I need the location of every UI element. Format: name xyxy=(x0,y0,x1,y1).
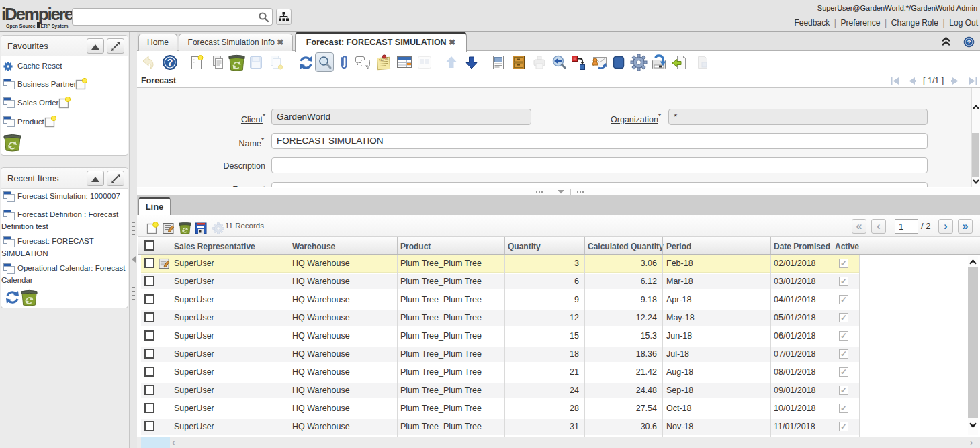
svg-text:?: ? xyxy=(167,57,173,68)
svg-text:?: ? xyxy=(967,38,971,46)
